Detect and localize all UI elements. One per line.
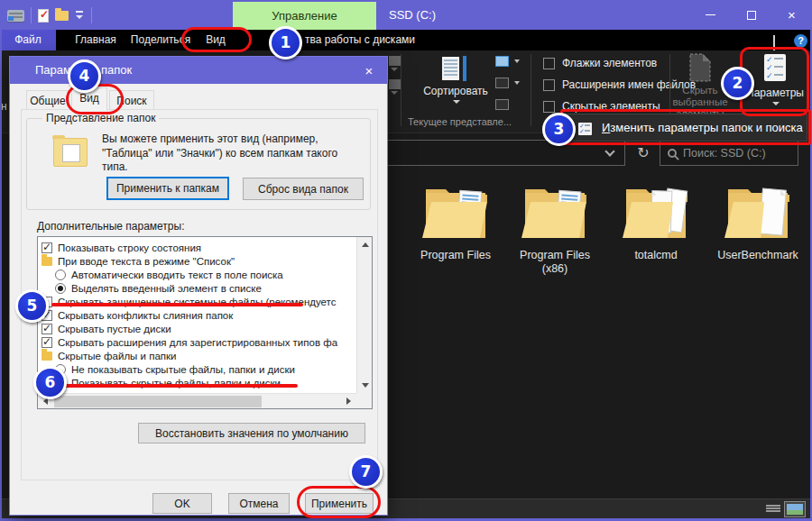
restore-defaults-button[interactable]: Восстановить значения по умолчанию xyxy=(138,423,365,443)
annotation-step-6: 6 xyxy=(33,366,67,399)
chevron-down-icon xyxy=(514,81,520,85)
folder-icon xyxy=(621,178,691,245)
thumbnail-icon xyxy=(787,504,803,515)
annotation-step-2: 2 xyxy=(721,67,754,100)
folder-icon xyxy=(520,178,590,245)
maximize-button[interactable] xyxy=(731,0,771,30)
collapse-ribbon-button[interactable] xyxy=(773,37,782,46)
customize-toolbar-icon[interactable] xyxy=(75,11,85,20)
hidden-file-icon xyxy=(687,52,713,83)
list-item[interactable]: Автоматически вводить текст в поле поиск… xyxy=(42,268,354,281)
help-button[interactable]: ? xyxy=(794,34,807,48)
size-columns-icon[interactable] xyxy=(495,99,509,110)
tab-disk-tools-partial[interactable]: тва работы с дисками xyxy=(305,30,422,50)
window-border xyxy=(0,30,2,518)
annotation-ellipse-view-tab xyxy=(181,27,252,52)
tab-file[interactable]: Файл xyxy=(0,30,56,50)
new-folder-icon[interactable] xyxy=(55,11,69,21)
list-item[interactable]: При вводе текста в режиме "Список" xyxy=(42,254,354,268)
radio-icon[interactable] xyxy=(55,270,66,280)
minimize-button[interactable] xyxy=(690,0,731,30)
close-button[interactable]: × xyxy=(771,0,812,30)
checkbox-icon[interactable] xyxy=(42,337,52,348)
cancel-button[interactable]: Отмена xyxy=(228,493,290,514)
annotation-step-3: 3 xyxy=(542,113,576,146)
title-bar: Управление SSD (C:) × xyxy=(0,0,812,30)
clipped-icon xyxy=(389,56,401,66)
radio-icon[interactable] xyxy=(55,283,66,294)
scroll-right-icon[interactable] xyxy=(346,398,351,405)
window-title: SSD (C:) xyxy=(389,0,436,30)
annotation-box-menu-item xyxy=(560,109,811,145)
checkbox-icon[interactable] xyxy=(543,101,555,113)
scroll-up-icon[interactable] xyxy=(362,242,369,247)
columns-icon[interactable] xyxy=(495,78,509,88)
advanced-settings-label: Дополнительные параметры: xyxy=(37,220,185,233)
folder-item-program-files[interactable]: Program Files xyxy=(408,178,503,262)
list-item[interactable]: Скрывать пустые диски xyxy=(42,322,354,335)
sort-icon xyxy=(440,55,469,82)
folder-icon xyxy=(42,257,52,266)
apply-to-folders-button[interactable]: Применить к папкам xyxy=(106,177,229,200)
folder-view-description: Вы можете применить этот вид (например, … xyxy=(102,133,365,175)
reset-folders-button[interactable]: Сброс вида папок xyxy=(243,178,364,200)
details-view-button[interactable] xyxy=(766,504,780,515)
folder-item-userbenchmark[interactable]: UserBenchmark xyxy=(710,178,806,262)
checkbox-icon[interactable] xyxy=(42,242,52,253)
folder-name: UserBenchmark xyxy=(710,249,806,262)
folder-icon xyxy=(420,178,491,245)
checkbox-icon[interactable] xyxy=(543,79,555,91)
scrollbar-thumb[interactable] xyxy=(54,396,262,407)
group-divider xyxy=(401,54,401,126)
ribbon-tab-row: Файл Главная Поделиться Вид тва работы с… xyxy=(0,30,812,50)
clipped-icon xyxy=(389,79,401,89)
scroll-down-icon[interactable] xyxy=(362,383,369,388)
sort-button[interactable]: Сортировать xyxy=(413,52,498,108)
ok-button[interactable]: OK xyxy=(152,493,212,514)
quick-access-toolbar xyxy=(7,5,92,26)
folder-item-program-files-x86[interactable]: Program Files (x86) xyxy=(507,178,603,276)
chevron-down-icon[interactable] xyxy=(604,146,614,156)
checkbox-icon[interactable] xyxy=(42,324,52,334)
close-icon: × xyxy=(788,8,796,22)
dialog-title-bar: Параметры папок × xyxy=(10,57,387,84)
list-item[interactable]: Скрытые файлы и папки xyxy=(42,349,354,362)
list-item[interactable]: Показывать строку состояния xyxy=(42,241,354,254)
folder-options-dialog: Параметры папок × Общие Вид Поиск Предст… xyxy=(9,56,388,516)
chevron-down-icon xyxy=(514,59,520,63)
contextual-tab-manage[interactable]: Управление xyxy=(233,2,376,30)
large-icons-view-button[interactable] xyxy=(784,501,806,517)
list-item[interactable]: Скрывать расширения для зарегистрированн… xyxy=(42,335,354,349)
search-input[interactable] xyxy=(683,147,789,160)
list-item[interactable]: Выделять введенный элемент в списке xyxy=(42,281,354,295)
item-check-style-icon[interactable] xyxy=(495,56,509,67)
list-item-show-hidden-files[interactable]: Показывать скрытые файлы, папки и диски xyxy=(42,376,354,389)
dialog-close-button[interactable]: × xyxy=(355,57,383,84)
explorer-window: Управление SSD (C:) × Файл Главная Подел… xyxy=(0,0,812,521)
dialog-tab-general[interactable]: Общие xyxy=(26,90,69,111)
sort-button-label: Сортировать xyxy=(413,85,498,97)
annotation-step-7: 7 xyxy=(349,455,383,489)
list-item[interactable]: Не показывать скрытые файлы, папки и дис… xyxy=(42,362,354,376)
annotation-underline-show-hidden xyxy=(51,384,298,388)
annotation-step-5: 5 xyxy=(15,289,49,323)
folder-view-icon xyxy=(53,138,88,167)
horizontal-scrollbar[interactable] xyxy=(38,393,356,408)
checkbox-label: Флажки элементов xyxy=(562,57,657,69)
tab-home[interactable]: Главная xyxy=(68,30,124,50)
folder-name: Program Files (x86) xyxy=(507,249,603,276)
folder-name: Program Files xyxy=(408,249,503,262)
annotation-ellipse-apply-button xyxy=(297,486,381,518)
folder-name: totalcmd xyxy=(608,249,704,262)
scrollbar-corner xyxy=(356,393,372,408)
current-view-group-label: Текущее представле... xyxy=(408,116,512,127)
list-item[interactable]: Скрывать конфликты слияния папок xyxy=(42,308,354,322)
search-icon xyxy=(668,149,677,158)
vertical-scrollbar[interactable] xyxy=(356,237,372,393)
properties-icon[interactable] xyxy=(38,9,49,23)
folder-item-totalcmd[interactable]: totalcmd xyxy=(608,178,704,262)
checkbox-icon[interactable] xyxy=(543,58,555,69)
list-item-hide-protected-files[interactable]: Скрывать защищенные системные файлы (рек… xyxy=(42,295,354,308)
drive-icon[interactable] xyxy=(7,10,24,22)
item-checkboxes-toggle[interactable]: Флажки элементов xyxy=(543,57,657,69)
